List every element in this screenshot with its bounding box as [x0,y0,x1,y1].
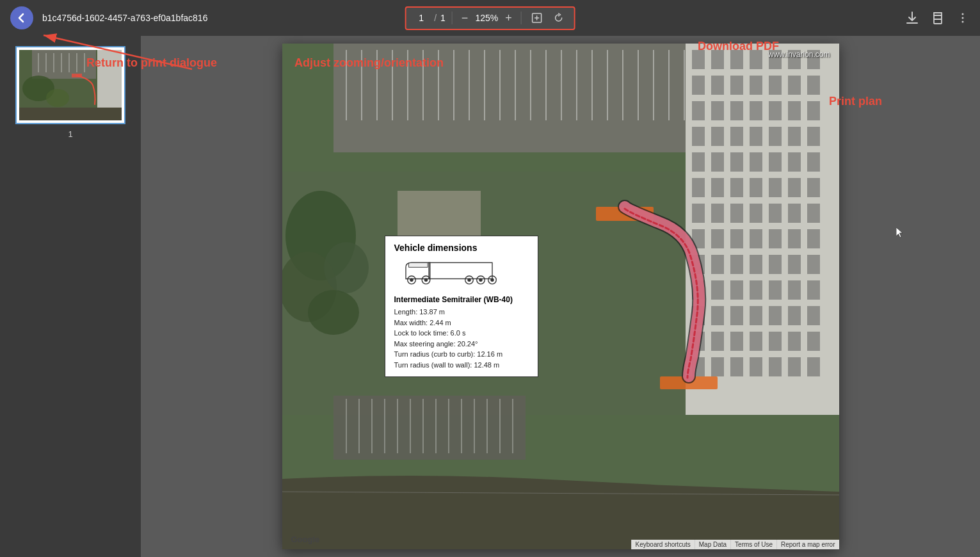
svg-rect-127 [769,332,782,351]
footer-report-error[interactable]: Report a map error [776,540,839,549]
fit-page-button[interactable] [528,10,546,26]
svg-rect-104 [730,255,743,274]
svg-rect-108 [807,255,820,274]
spec-steering: Max steering angle: 20.24° [394,339,529,350]
svg-rect-47 [711,50,724,69]
svg-rect-126 [750,332,762,351]
page-separator: / [434,13,437,23]
svg-rect-21 [333,44,711,152]
svg-rect-86 [788,178,801,197]
footer-keyboard-shortcuts[interactable]: Keyboard shortcuts [631,540,695,549]
divider [452,12,453,24]
thumbnail-svg [19,50,122,120]
spec-width: Max width: 2.44 m [394,318,529,328]
svg-rect-85 [769,178,782,197]
back-button[interactable] [10,6,33,29]
svg-rect-110 [711,280,724,300]
page-number-input[interactable] [412,13,430,23]
svg-point-164 [424,278,427,282]
svg-rect-82 [711,178,724,197]
svg-rect-62 [730,101,743,120]
sidebar: 1 [0,36,141,557]
footer-map-data[interactable]: Map Data [695,540,730,549]
svg-rect-114 [788,280,801,300]
more-options-button[interactable] [956,11,970,25]
svg-rect-66 [807,101,820,120]
svg-rect-135 [788,357,801,376]
divider [521,12,522,24]
page-thumbnail[interactable] [15,46,125,124]
svg-rect-71 [769,127,782,146]
svg-rect-111 [730,280,743,300]
svg-rect-120 [769,306,782,325]
page-total: 1 [440,13,446,23]
svg-rect-92 [769,204,782,223]
svg-rect-90 [730,204,743,223]
svg-rect-105 [750,255,762,274]
footer-terms[interactable]: Terms of Use [730,540,776,549]
download-button[interactable] [904,10,920,26]
svg-rect-48 [730,50,743,69]
svg-rect-93 [788,204,801,223]
svg-rect-49 [750,50,762,69]
svg-rect-132 [730,357,743,376]
satellite-map [282,44,839,549]
svg-rect-124 [711,332,724,351]
svg-rect-94 [807,204,820,223]
svg-rect-80 [807,152,820,172]
svg-rect-79 [788,152,801,172]
svg-rect-18 [19,108,122,120]
pdf-page: Vehicle dimensions [282,44,839,549]
vehicle-name: Intermediate Semitrailer (WB-40) [394,295,529,304]
zoom-in-button[interactable]: + [502,10,515,26]
svg-rect-134 [769,357,782,376]
spec-length: Length: 13.87 m [394,307,529,318]
svg-rect-53 [692,76,705,95]
svg-rect-87 [807,178,820,197]
svg-rect-125 [730,332,743,351]
spec-curb: Turn radius (curb to curb): 12.16 m [394,349,529,360]
svg-rect-72 [788,127,801,146]
svg-rect-73 [807,127,820,146]
svg-rect-107 [788,255,801,274]
truck-diagram [394,257,510,289]
svg-rect-65 [788,101,801,120]
svg-rect-70 [750,127,762,146]
svg-rect-142 [333,396,526,460]
svg-rect-54 [711,76,724,95]
svg-rect-98 [750,229,762,248]
svg-rect-68 [711,127,724,146]
thumbnail-page-number: 1 [68,129,72,139]
svg-rect-121 [788,306,801,325]
svg-rect-75 [711,152,724,172]
svg-rect-69 [730,127,743,146]
svg-rect-129 [807,332,820,351]
svg-point-3 [962,13,964,15]
right-toolbar [904,10,970,26]
svg-rect-76 [730,152,743,172]
svg-rect-61 [711,101,724,120]
vehicle-specs: Length: 13.87 m Max width: 2.44 m Lock t… [394,307,529,370]
svg-rect-67 [692,127,705,146]
svg-rect-7 [32,50,96,79]
svg-rect-64 [769,101,782,120]
svg-rect-19 [72,74,82,77]
svg-rect-55 [730,76,743,95]
document-title: b1c4756d-1602-4457-a763-ef0a1bfac816 [42,13,207,23]
svg-rect-103 [711,255,724,274]
rotate-button[interactable] [550,10,568,26]
svg-rect-131 [711,357,724,376]
svg-point-5 [962,21,964,23]
svg-rect-1 [934,19,942,24]
svg-rect-115 [807,280,820,300]
svg-rect-106 [769,255,782,274]
zoom-out-button[interactable]: − [459,10,471,26]
svg-point-2 [941,17,942,18]
svg-rect-136 [807,357,820,376]
invarion-watermark: www.invarion.com [768,50,830,59]
svg-point-4 [962,17,964,19]
print-button[interactable] [930,10,945,26]
svg-rect-78 [769,152,782,172]
svg-point-162 [410,278,413,282]
svg-rect-46 [692,50,705,69]
